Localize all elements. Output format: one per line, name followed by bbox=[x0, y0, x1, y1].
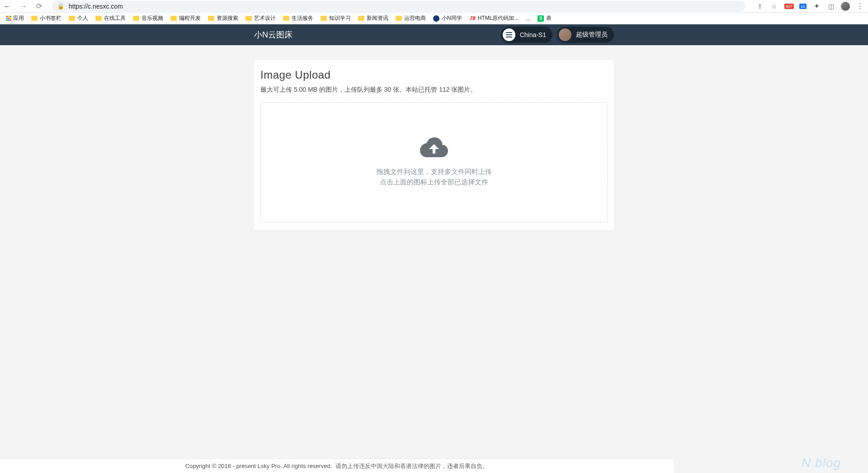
nav-arrows: ← → ⟳ bbox=[4, 2, 42, 10]
extensions-icon[interactable]: ✦ bbox=[812, 2, 821, 11]
bookmark-folder[interactable]: 知识学习 bbox=[319, 14, 353, 23]
bookmark-folder[interactable]: 生活服务 bbox=[281, 14, 315, 23]
user-menu[interactable]: 超级管理员 bbox=[557, 27, 614, 43]
upload-card: Image Upload 最大可上传 5.00 MB 的图片，上传队列最多 30… bbox=[254, 60, 614, 230]
folder-icon bbox=[69, 16, 75, 21]
server-name: China-S1 bbox=[520, 31, 546, 38]
forward-button[interactable]: → bbox=[20, 2, 27, 10]
bookmark-folder[interactable]: 资源搜索 bbox=[206, 14, 240, 23]
folder-icon bbox=[208, 16, 214, 21]
chrome-menu-icon[interactable]: ⋮ bbox=[855, 2, 864, 11]
bookmark-folder[interactable]: 编程开发 bbox=[169, 14, 203, 23]
upload-subtitle: 最大可上传 5.00 MB 的图片，上传队列最多 30 张。本站已托管 112 … bbox=[260, 86, 608, 94]
url-text: https://c.nesxc.com bbox=[69, 3, 740, 10]
profile-avatar-icon[interactable] bbox=[841, 2, 850, 11]
bookmark-overflow[interactable]: ... bbox=[524, 14, 532, 23]
favicon-icon: JƁ bbox=[469, 15, 476, 22]
extension-badge-blue[interactable]: 11 bbox=[799, 4, 807, 9]
extension-badge-red[interactable]: 927 bbox=[784, 4, 794, 9]
folder-icon bbox=[170, 16, 177, 21]
folder-icon bbox=[133, 16, 139, 21]
back-button[interactable]: ← bbox=[4, 2, 11, 10]
app-header: 小N云图床 China-S1 超级管理员 bbox=[0, 24, 868, 45]
star-icon[interactable]: ☆ bbox=[770, 2, 779, 11]
bookmark-folder[interactable]: 艺术设计 bbox=[244, 14, 278, 23]
drop-line-2: 点击上面的图标上传全部已选择文件 bbox=[377, 177, 492, 187]
apps-grid-icon bbox=[6, 16, 11, 21]
bookmark-link[interactable]: S表 bbox=[536, 14, 553, 23]
bookmark-link[interactable]: 小N同学 bbox=[431, 14, 464, 23]
footer-notice: 请勿上传违反中国大陆和香港法律的图片，违者后果自负。 bbox=[335, 462, 488, 470]
page-title: Image Upload bbox=[260, 69, 608, 81]
bookmark-folder[interactable]: 运营电商 bbox=[394, 14, 428, 23]
user-avatar-icon bbox=[559, 28, 571, 41]
folder-icon bbox=[95, 16, 102, 21]
apps-label: 应用 bbox=[13, 14, 24, 22]
server-selector[interactable]: China-S1 bbox=[501, 27, 552, 43]
share-icon[interactable]: ⇪ bbox=[755, 2, 764, 11]
folder-icon bbox=[321, 16, 327, 21]
bookmarks-bar: 应用 小书签栏 个人 在线工具 音乐视频 编程开发 资源搜索 艺术设计 生活服务… bbox=[0, 13, 868, 24]
upload-dropzone[interactable]: 拖拽文件到这里，支持多文件同时上传 点击上面的图标上传全部已选择文件 bbox=[260, 102, 608, 222]
bookmark-folder[interactable]: 在线工具 bbox=[94, 14, 127, 23]
main-content: Image Upload 最大可上传 5.00 MB 的图片，上传队列最多 30… bbox=[0, 45, 868, 245]
sidepanel-icon[interactable]: ◫ bbox=[826, 2, 835, 11]
apps-bookmark[interactable]: 应用 bbox=[5, 14, 26, 23]
folder-icon bbox=[283, 16, 289, 21]
folder-icon bbox=[396, 16, 402, 21]
bookmark-folder[interactable]: 个人 bbox=[67, 14, 90, 23]
drop-line-1: 拖拽文件到这里，支持多文件同时上传 bbox=[377, 166, 492, 177]
reload-button[interactable]: ⟳ bbox=[36, 2, 42, 10]
browser-toolbar: ← → ⟳ 🔒 https://c.nesxc.com ⇪ ☆ 927 11 ✦… bbox=[0, 0, 868, 13]
logo[interactable]: 小N云图床 bbox=[254, 29, 292, 40]
cloud-upload-icon bbox=[420, 137, 448, 157]
bookmark-folder[interactable]: 新闻资讯 bbox=[356, 14, 390, 23]
watermark: N blog bbox=[802, 456, 841, 470]
dropzone-text: 拖拽文件到这里，支持多文件同时上传 点击上面的图标上传全部已选择文件 bbox=[377, 166, 492, 187]
bookmark-link[interactable]: JƁHTML原代码加... bbox=[467, 14, 521, 23]
folder-icon bbox=[245, 16, 252, 21]
user-name: 超级管理员 bbox=[576, 31, 608, 39]
hamburger-icon bbox=[506, 32, 512, 37]
server-icon bbox=[503, 28, 515, 41]
folder-icon bbox=[31, 16, 38, 21]
header-right: China-S1 超级管理员 bbox=[501, 27, 614, 43]
footer-copyright: Copyright © 2018 - present Lsky Pro. All… bbox=[185, 463, 332, 469]
bookmark-folder[interactable]: 音乐视频 bbox=[131, 14, 165, 23]
lock-icon: 🔒 bbox=[57, 3, 64, 9]
favicon-icon: S bbox=[538, 15, 544, 22]
address-bar[interactable]: 🔒 https://c.nesxc.com bbox=[52, 1, 745, 12]
folder-icon bbox=[358, 16, 364, 21]
bookmark-folder[interactable]: 小书签栏 bbox=[29, 14, 63, 23]
favicon-icon bbox=[433, 15, 439, 22]
toolbar-right: ⇪ ☆ 927 11 ✦ ◫ ⋮ bbox=[755, 2, 864, 11]
footer: Copyright © 2018 - present Lsky Pro. All… bbox=[0, 459, 674, 473]
